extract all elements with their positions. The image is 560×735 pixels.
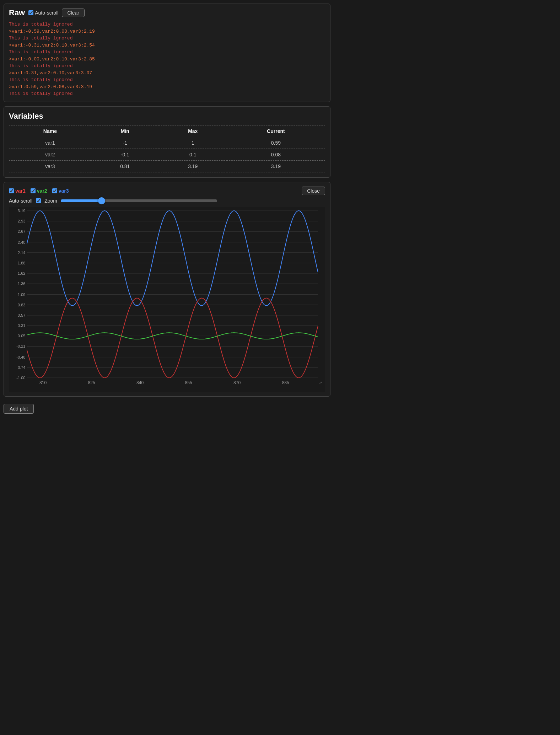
var3-checkbox[interactable] <box>52 188 57 193</box>
close-button[interactable]: Close <box>302 187 325 195</box>
svg-text:840: 840 <box>136 380 144 385</box>
col-name: Name <box>9 125 91 137</box>
col-max: Max <box>159 125 227 137</box>
cell-min: 0.81 <box>91 160 159 172</box>
raw-autoscroll-checkbox[interactable] <box>28 10 33 15</box>
add-plot-button[interactable]: Add plot <box>4 404 34 414</box>
var1-checkbox-label[interactable]: var1 <box>9 188 26 194</box>
plot-header: var1 var2 var3 Close <box>9 187 325 195</box>
raw-line: >var1:-0.31,var2:0.10,var3:2.54 <box>9 42 325 49</box>
svg-text:0.57: 0.57 <box>18 313 26 317</box>
variables-section: Variables Name Min Max Current var1-110.… <box>4 106 330 178</box>
svg-text:-1.00: -1.00 <box>16 376 25 380</box>
table-row: var30.813.193.19 <box>9 160 325 172</box>
svg-text:1.62: 1.62 <box>18 271 26 275</box>
svg-text:0.05: 0.05 <box>18 334 26 338</box>
svg-text:0.83: 0.83 <box>18 302 26 307</box>
cell-max: 1 <box>159 137 227 149</box>
svg-text:-0.48: -0.48 <box>16 355 25 359</box>
svg-text:0.31: 0.31 <box>18 323 26 328</box>
var1-checkbox[interactable] <box>9 188 14 193</box>
svg-text:1.09: 1.09 <box>18 292 26 296</box>
raw-line: This is totally ignored <box>9 35 325 42</box>
raw-line: >var1:0.59,var2:0.08,var3:3.19 <box>9 84 325 91</box>
svg-text:2.67: 2.67 <box>18 229 26 234</box>
raw-title: Raw <box>9 8 25 17</box>
plot-controls: Auto-scroll Zoom <box>9 198 325 204</box>
svg-text:885: 885 <box>282 380 290 385</box>
add-plot-section: Add plot <box>4 401 330 417</box>
cell-name: var2 <box>9 149 91 160</box>
variables-table: Name Min Max Current var1-110.59var2-0.1… <box>9 125 325 172</box>
var2-checkbox[interactable] <box>31 188 36 193</box>
svg-text:855: 855 <box>185 380 193 385</box>
svg-text:3.19: 3.19 <box>18 209 26 213</box>
svg-text:2.40: 2.40 <box>18 240 26 244</box>
var2-checkbox-label[interactable]: var2 <box>31 188 47 194</box>
svg-text:825: 825 <box>88 380 96 385</box>
raw-section: Raw Auto-scroll Clear This is totally ig… <box>4 4 330 102</box>
plot-vars: var1 var2 var3 <box>9 188 69 194</box>
raw-line: This is totally ignored <box>9 90 325 97</box>
raw-line: This is totally ignored <box>9 76 325 84</box>
raw-line: >var1:0.31,var2:0.10,var3:3.07 <box>9 70 325 77</box>
svg-text:-0.21: -0.21 <box>16 344 25 348</box>
zoom-slider[interactable] <box>61 199 217 202</box>
raw-line: >var1:-0.00,var2:0.10,var3:2.85 <box>9 56 325 63</box>
cell-name: var1 <box>9 137 91 149</box>
svg-text:-0.74: -0.74 <box>16 365 25 369</box>
raw-line: >var1:-0.59,var2:0.08,var3:2.19 <box>9 28 325 35</box>
cell-current: 3.19 <box>227 160 325 172</box>
variables-title: Variables <box>9 112 325 121</box>
raw-autoscroll-label[interactable]: Auto-scroll <box>28 10 58 16</box>
raw-line: This is totally ignored <box>9 49 325 56</box>
raw-header: Raw Auto-scroll Clear <box>9 8 325 17</box>
svg-text:1.88: 1.88 <box>18 261 26 265</box>
svg-text:↗: ↗ <box>319 380 322 385</box>
var3-checkbox-label[interactable]: var3 <box>52 188 69 194</box>
plot-autoscroll-checkbox[interactable] <box>36 198 41 203</box>
col-current: Current <box>227 125 325 137</box>
cell-min: -1 <box>91 137 159 149</box>
svg-text:870: 870 <box>233 380 241 385</box>
raw-line: This is totally ignored <box>9 21 325 28</box>
svg-text:2.93: 2.93 <box>18 219 26 223</box>
cell-current: 0.08 <box>227 149 325 160</box>
plot-section: var1 var2 var3 Close Auto-scroll Zoom 3.… <box>4 182 330 397</box>
cell-max: 0.1 <box>159 149 227 160</box>
svg-text:810: 810 <box>39 380 47 385</box>
chart-svg: 3.192.932.672.402.141.881.621.361.090.83… <box>9 207 325 392</box>
svg-text:2.14: 2.14 <box>18 250 26 254</box>
svg-text:1.36: 1.36 <box>18 281 26 286</box>
raw-line: This is totally ignored <box>9 63 325 70</box>
clear-button[interactable]: Clear <box>62 9 84 17</box>
table-header-row: Name Min Max Current <box>9 125 325 137</box>
chart-container: 3.192.932.672.402.141.881.621.361.090.83… <box>9 207 325 392</box>
cell-current: 0.59 <box>227 137 325 149</box>
cell-name: var3 <box>9 160 91 172</box>
table-row: var1-110.59 <box>9 137 325 149</box>
cell-max: 3.19 <box>159 160 227 172</box>
col-min: Min <box>91 125 159 137</box>
cell-min: -0.1 <box>91 149 159 160</box>
table-row: var2-0.10.10.08 <box>9 149 325 160</box>
raw-content: This is totally ignored>var1:-0.59,var2:… <box>9 21 325 97</box>
